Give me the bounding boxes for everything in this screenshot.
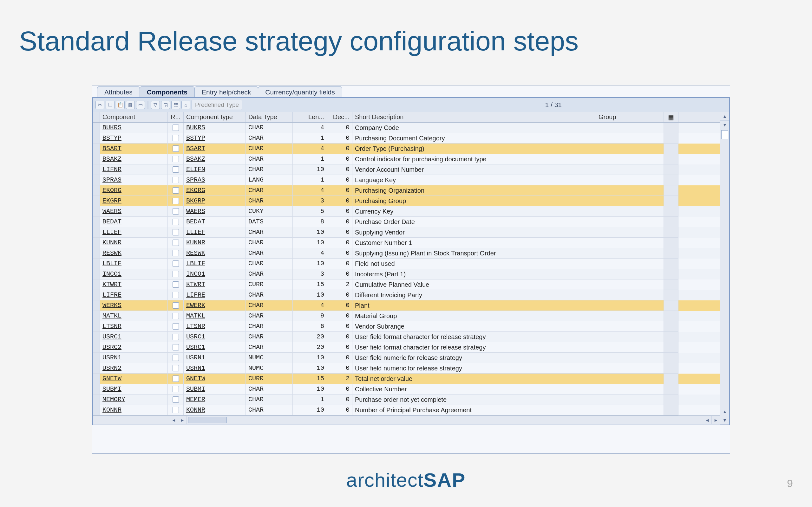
component-type-field[interactable]: EKORG — [186, 187, 205, 194]
component-type-field[interactable]: INCO1 — [186, 270, 205, 278]
search-help-icon[interactable]: ⌂ — [182, 101, 190, 109]
col-config-icon[interactable]: ▦ — [664, 112, 678, 122]
row-handle[interactable] — [93, 133, 100, 144]
table-row[interactable]: USRN1USRN1NUMC100User field numeric for … — [93, 353, 720, 363]
scroll-down-icon[interactable]: ▼ — [720, 121, 729, 129]
table-row[interactable]: KUNNRKUNNRCHAR100Customer Number 1 — [93, 238, 720, 248]
component-field[interactable]: EKGRP — [102, 197, 121, 205]
rtype-checkbox[interactable] — [172, 407, 179, 413]
component-type-field[interactable]: USRN1 — [186, 354, 205, 361]
table-row[interactable]: BEDATBEDATDATS80Purchase Order Date — [93, 217, 720, 227]
scroll-right2-icon[interactable]: ► — [711, 416, 720, 424]
rtype-checkbox[interactable] — [172, 271, 179, 277]
rtype-checkbox[interactable] — [172, 281, 179, 288]
component-type-field[interactable]: BSAKZ — [186, 155, 205, 163]
table-row[interactable]: USRN2USRN1NUMC100User field numeric for … — [93, 363, 720, 374]
row-handle[interactable] — [93, 374, 100, 384]
row-handle[interactable] — [93, 217, 100, 227]
component-field[interactable]: BUKRS — [102, 124, 121, 131]
table-row[interactable]: MATKLMATKLCHAR90Material Group — [93, 311, 720, 321]
scroll-left2-icon[interactable]: ◄ — [703, 416, 711, 424]
row-handle[interactable] — [93, 123, 100, 133]
component-field[interactable]: SPRAS — [102, 176, 121, 183]
component-type-field[interactable]: GNETW — [186, 375, 205, 382]
component-field[interactable]: BEDAT — [102, 218, 121, 225]
component-type-field[interactable]: SPRAS — [186, 176, 205, 183]
scroll-left-icon[interactable]: ◄ — [170, 416, 178, 424]
rtype-checkbox[interactable] — [172, 344, 179, 350]
col-component-type[interactable]: Component type — [184, 112, 246, 122]
component-type-field[interactable]: LIFRE — [186, 291, 205, 298]
component-field[interactable]: RESWK — [102, 249, 121, 257]
rtype-checkbox[interactable] — [172, 302, 179, 308]
table-row[interactable]: INCO1INCO1CHAR30Incoterms (Part 1) — [93, 269, 720, 279]
row-handle[interactable] — [93, 175, 100, 185]
tab-entry-help[interactable]: Entry help/check — [194, 86, 258, 97]
row-handle[interactable] — [93, 154, 100, 164]
row-handle[interactable] — [93, 248, 100, 259]
scroll-right-icon[interactable]: ► — [178, 416, 187, 424]
component-type-field[interactable]: USRC1 — [186, 343, 205, 351]
component-type-field[interactable]: KTWRT — [186, 281, 205, 288]
table-row[interactable]: EKORGEKORGCHAR40Purchasing Organization — [93, 185, 720, 196]
component-type-field[interactable]: SUBMI — [186, 385, 205, 393]
component-field[interactable]: MATKL — [102, 312, 121, 320]
component-type-field[interactable]: USRC1 — [186, 333, 205, 340]
table-row[interactable]: WAERSWAERSCUKY50Currency Key — [93, 206, 720, 217]
col-data-type[interactable]: Data Type — [246, 112, 293, 122]
row-handle[interactable] — [93, 238, 100, 248]
rtype-checkbox[interactable] — [172, 261, 179, 267]
component-field[interactable]: LIFNR — [102, 166, 121, 173]
table-row[interactable]: GNETWGNETWCURR152Total net order value — [93, 374, 720, 384]
component-field[interactable]: BSART — [102, 145, 121, 152]
row-handle[interactable] — [93, 342, 100, 353]
component-field[interactable]: LBLIF — [102, 260, 121, 267]
rtype-checkbox[interactable] — [172, 177, 179, 183]
row-handle[interactable] — [93, 321, 100, 332]
row-handle[interactable] — [93, 395, 100, 405]
component-field[interactable]: INCO1 — [102, 270, 121, 278]
rtype-checkbox[interactable] — [172, 166, 179, 173]
component-type-field[interactable]: RESWK — [186, 249, 205, 257]
tab-attributes[interactable]: Attributes — [97, 86, 140, 97]
row-handle[interactable] — [93, 353, 100, 363]
table-row[interactable]: BSAKZBSAKZCHAR10Control indicator for pu… — [93, 154, 720, 164]
component-field[interactable]: MEMORY — [102, 396, 125, 403]
row-handle[interactable] — [93, 185, 100, 196]
rtype-checkbox[interactable] — [172, 156, 179, 162]
row-handle[interactable] — [93, 405, 100, 415]
rtype-checkbox[interactable] — [172, 376, 179, 382]
component-field[interactable]: BSAKZ — [102, 155, 121, 163]
scroll-marker-icon[interactable] — [721, 130, 728, 139]
row-handle[interactable] — [93, 144, 100, 154]
component-type-field[interactable]: WAERS — [186, 208, 205, 215]
col-decimals[interactable]: Dec... — [327, 112, 352, 122]
rtype-checkbox[interactable] — [172, 292, 179, 298]
table-row[interactable]: USRC1USRC1CHAR200User field format chara… — [93, 332, 720, 342]
table-row[interactable]: USRC2USRC1CHAR200User field format chara… — [93, 342, 720, 353]
table-row[interactable]: KONNRKONNRCHAR100Number of Principal Pur… — [93, 405, 720, 415]
table-row[interactable]: LLIEFLLIEFCHAR100Supplying Vendor — [93, 227, 720, 238]
row-handle[interactable] — [93, 290, 100, 300]
scroll-down2-icon[interactable]: ▼ — [720, 416, 729, 425]
component-type-field[interactable]: KONNR — [186, 406, 205, 413]
row-handle[interactable] — [93, 259, 100, 269]
rtype-checkbox[interactable] — [172, 187, 179, 193]
row-handle[interactable] — [93, 332, 100, 342]
row-handle[interactable] — [93, 227, 100, 238]
table-row[interactable]: RESWKRESWKCHAR40Supplying (Issuing) Plan… — [93, 248, 720, 259]
horizontal-scrollbar[interactable]: ◄ ► ◄ ► — [93, 415, 720, 425]
col-short-description[interactable]: Short Description — [352, 112, 596, 122]
cut-icon[interactable]: ✂ — [96, 101, 104, 109]
component-field[interactable]: LIFRE — [102, 291, 121, 298]
table-row[interactable]: EKGRPBKGRPCHAR30Purchasing Group — [93, 196, 720, 206]
component-type-field[interactable]: KUNNR — [186, 239, 205, 246]
sort-icon[interactable]: ☷ — [171, 101, 180, 109]
component-field[interactable]: WERKS — [102, 302, 121, 309]
col-length[interactable]: Len... — [293, 112, 327, 122]
table-row[interactable]: BSTYPBSTYPCHAR10Purchasing Document Cate… — [93, 133, 720, 144]
row-handle[interactable] — [93, 206, 100, 217]
insert-row-icon[interactable]: ▦ — [126, 101, 135, 109]
table-row[interactable]: LBLIFLBLIFCHAR100Field not used — [93, 259, 720, 269]
rtype-checkbox[interactable] — [172, 365, 179, 372]
